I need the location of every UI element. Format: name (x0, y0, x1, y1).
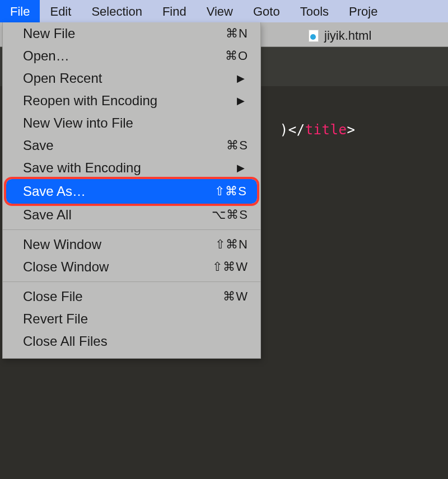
menubar-item-project[interactable]: Proje (339, 0, 388, 22)
menu-item-revert-file[interactable]: Revert File (3, 308, 260, 330)
menu-item-save[interactable]: Save ⌘S (3, 134, 260, 157)
menubar-item-find[interactable]: Find (152, 0, 197, 22)
menubar-label: Tools (300, 4, 329, 18)
menu-item-close-file[interactable]: Close File ⌘W (3, 285, 260, 308)
menubar-label: Goto (253, 4, 280, 18)
menubar-item-selection[interactable]: Selection (81, 0, 152, 22)
menu-item-shortcut: ⌘N (186, 26, 248, 41)
menu-item-label: Close File (23, 289, 186, 304)
menu-item-shortcut: ⌘S (186, 138, 248, 153)
menu-item-shortcut: ⌘W (186, 289, 248, 304)
menu-item-label: Revert File (23, 311, 186, 327)
menu-item-shortcut: ⇧⌘N (186, 237, 248, 252)
menubar-label: File (10, 4, 30, 18)
menubar-item-goto[interactable]: Goto (243, 0, 290, 22)
menu-item-label: Close All Files (23, 334, 186, 349)
menu-item-label: Close Window (23, 259, 186, 275)
menu-separator (3, 229, 260, 230)
file-menu-dropdown: New File ⌘N Open… ⌘O Open Recent ▶ Reope… (2, 22, 261, 359)
menu-item-label: Save As… (23, 184, 185, 199)
menu-item-label: Reopen with Encoding (23, 93, 186, 109)
menu-item-new-window[interactable]: New Window ⇧⌘N (3, 233, 260, 256)
code-line: )</title> (246, 106, 355, 153)
code-token-plain: )</ (280, 122, 305, 138)
menu-item-new-file[interactable]: New File ⌘N (3, 22, 260, 45)
submenu-arrow-icon: ▶ (186, 162, 248, 174)
menubar-item-edit[interactable]: Edit (40, 0, 81, 22)
menu-item-label: Save with Encoding (23, 160, 186, 176)
menu-item-new-view-into-file[interactable]: New View into File (3, 112, 260, 134)
menu-item-shortcut: ⌘O (186, 49, 248, 63)
editor-tab[interactable]: jiyik.html (294, 26, 386, 46)
menubar-item-file[interactable]: File (0, 0, 40, 22)
menu-item-label: Save (23, 138, 186, 153)
menu-item-shortcut: ⇧⌘S (185, 184, 247, 199)
menubar-label: View (207, 4, 233, 18)
menu-item-save-as[interactable]: Save As… ⇧⌘S (6, 179, 257, 204)
menubar: File Edit Selection Find View Goto Tools… (0, 0, 448, 22)
submenu-arrow-icon: ▶ (186, 72, 248, 84)
code-token-plain: > (347, 122, 355, 138)
tab-filename: jiyik.html (324, 29, 371, 43)
menu-item-label: New View into File (23, 115, 186, 131)
menu-item-label: New Window (23, 237, 186, 252)
menu-item-label: New File (23, 26, 186, 41)
menu-item-open[interactable]: Open… ⌘O (3, 45, 260, 67)
menubar-label: Find (162, 4, 186, 18)
menu-item-close-window[interactable]: Close Window ⇧⌘W (3, 256, 260, 278)
menubar-label: Edit (50, 4, 71, 18)
menu-item-label: Open… (23, 48, 186, 64)
menubar-label: Proje (349, 4, 377, 18)
html-file-icon (309, 30, 319, 42)
menu-item-close-all-files[interactable]: Close All Files (3, 330, 260, 353)
menu-separator (3, 281, 260, 282)
menubar-item-tools[interactable]: Tools (290, 0, 339, 22)
code-token-tag: title (305, 122, 347, 138)
menu-item-save-with-encoding[interactable]: Save with Encoding ▶ (3, 157, 260, 179)
submenu-arrow-icon: ▶ (186, 95, 248, 107)
menu-item-label: Save All (23, 207, 186, 223)
menu-item-label: Open Recent (23, 71, 186, 86)
menu-item-shortcut: ⇧⌘W (186, 260, 248, 274)
menu-item-shortcut: ⌥⌘S (186, 208, 248, 222)
menu-item-reopen-with-encoding[interactable]: Reopen with Encoding ▶ (3, 90, 260, 112)
menu-item-save-all[interactable]: Save All ⌥⌘S (3, 204, 260, 226)
menu-item-open-recent[interactable]: Open Recent ▶ (3, 67, 260, 90)
menubar-item-view[interactable]: View (197, 0, 243, 22)
menubar-label: Selection (91, 4, 142, 18)
